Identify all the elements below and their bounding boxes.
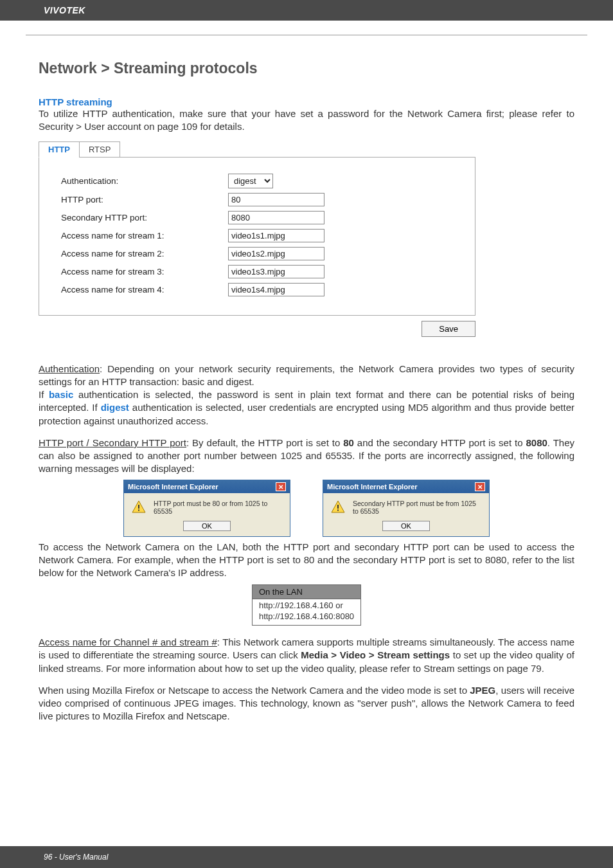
dialog1-ok-button[interactable]: OK — [183, 521, 231, 531]
dialog1-title: Microsoft Internet Explorer — [128, 483, 218, 491]
stream1-label: Access name for stream 1: — [61, 231, 228, 240]
stream3-label: Access name for stream 3: — [61, 267, 228, 276]
dialog2-ok-button[interactable]: OK — [382, 521, 430, 531]
footer-text: 96 - User's Manual — [44, 853, 108, 862]
dialog1-close-icon[interactable]: ✕ — [276, 482, 286, 491]
http-port-paragraph: HTTP port / Secondary HTTP port: By defa… — [39, 437, 574, 476]
streaming-tabset: HTTP RTSP Authentication: digest HTTP po… — [39, 141, 574, 337]
page-footer: 96 - User's Manual — [0, 846, 613, 868]
stream1-input[interactable] — [228, 229, 324, 242]
authentication-paragraph: Authentication: Depending on your networ… — [39, 363, 574, 428]
http-streaming-heading: HTTP streaming — [39, 96, 574, 107]
tab-http[interactable]: HTTP — [39, 141, 80, 158]
dialog-http-port: Microsoft Internet Explorer ✕ HTTP port … — [123, 480, 290, 537]
stream4-input[interactable] — [228, 283, 324, 296]
http-streaming-intro: To utilize HTTP authentication, make sur… — [39, 107, 574, 134]
dialog2-title: Microsoft Internet Explorer — [327, 483, 418, 491]
lan-cell: http://192.168.4.160 or http://192.168.4… — [252, 599, 360, 626]
dialog2-message: Secondary HTTP port must be from 1025 to… — [353, 500, 483, 516]
secondary-port-label: Secondary HTTP port: — [61, 213, 228, 222]
lan-header: On the LAN — [252, 585, 360, 599]
warning-icon — [330, 500, 346, 515]
brand-text: VIVOTEK — [44, 5, 85, 15]
http-port-input[interactable] — [228, 193, 324, 206]
access-name-paragraph: Access name for Channel # and stream #: … — [39, 636, 574, 675]
secondary-port-input[interactable] — [228, 211, 324, 224]
svg-rect-1 — [138, 505, 139, 509]
access-name-lead: Access name for Channel # and stream # — [39, 637, 217, 647]
http-port-label: HTTP port: — [61, 195, 228, 204]
dialog-secondary-port: Microsoft Internet Explorer ✕ Secondary … — [323, 480, 490, 537]
lan-table: On the LAN http://192.168.4.160 or http:… — [252, 584, 361, 626]
tab-rtsp[interactable]: RTSP — [79, 141, 120, 158]
authentication-label: Authentication: — [61, 176, 228, 186]
tab-strip: HTTP RTSP — [39, 141, 574, 158]
svg-rect-4 — [337, 505, 339, 509]
stream3-input[interactable] — [228, 265, 324, 278]
header-divider — [26, 35, 587, 35]
page-title: Network > Streaming protocols — [39, 60, 574, 77]
authentication-lead: Authentication — [39, 363, 100, 374]
basic-word: basic — [49, 389, 73, 400]
svg-rect-5 — [337, 510, 339, 511]
dialog2-close-icon[interactable]: ✕ — [475, 482, 485, 491]
stream4-label: Access name for stream 4: — [61, 285, 228, 294]
authentication-select[interactable]: digest — [228, 174, 273, 188]
jpeg-paragraph: When using Mozilla Firefox or Netscape t… — [39, 684, 574, 723]
stream2-label: Access name for stream 2: — [61, 249, 228, 258]
brand-header: VIVOTEK — [0, 0, 613, 21]
save-button[interactable]: Save — [422, 321, 475, 337]
stream2-input[interactable] — [228, 247, 324, 260]
http-port-lead: HTTP port / Secondary HTTP port — [39, 437, 186, 448]
warning-icon — [130, 500, 147, 515]
dialog1-message: HTTP port must be 80 or from 1025 to 655… — [154, 500, 283, 516]
digest-word: digest — [101, 402, 129, 413]
warning-dialogs: Microsoft Internet Explorer ✕ HTTP port … — [39, 480, 574, 537]
svg-rect-2 — [138, 510, 139, 511]
http-panel: Authentication: digest HTTP port: Second… — [39, 157, 475, 316]
lan-intro-text: To access the Network Camera on the LAN,… — [39, 541, 574, 580]
